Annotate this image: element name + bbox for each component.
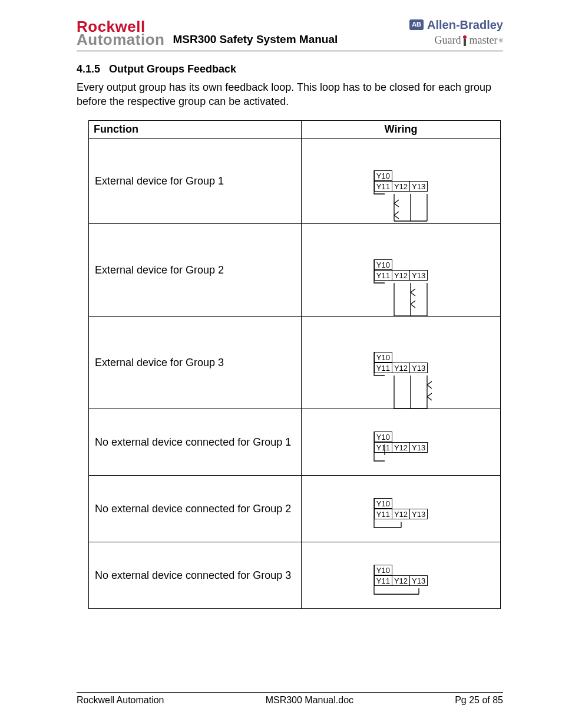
header-left: Rockwell Automation MSR300 Safety System… (77, 19, 338, 47)
rockwell-automation-logo: Rockwell Automation (77, 19, 164, 47)
section-paragraph: Every output group has its own feedback … (77, 80, 503, 109)
wiring-diagram-group1-none: Y10 Y11 Y12 Y13 (374, 431, 428, 453)
wiring-cell: Y10 Y11 Y12 Y13 (302, 317, 501, 409)
footer-right: Pg 25 of 85 (455, 695, 503, 706)
wiring-diagram-group2-external: Y10 Y11 Y12 Y13 (374, 259, 428, 281)
wiring-cell: Y10 Y11 Y12 Y13 (302, 476, 501, 542)
table-row: No external device connected for Group 2… (89, 476, 501, 542)
allen-bradley-logo: AB Allen-Bradley (409, 18, 503, 32)
page-header: Rockwell Automation MSR300 Safety System… (77, 18, 503, 51)
feedback-table: Function Wiring External device for Grou… (88, 120, 501, 609)
wiring-diagram-group3-external: Y10 Y11 Y12 Y13 (374, 352, 428, 374)
function-cell: External device for Group 3 (89, 317, 302, 409)
function-cell: No external device connected for Group 1 (89, 409, 302, 476)
manual-title: MSR300 Safety System Manual (173, 33, 338, 47)
function-cell: External device for Group 2 (89, 224, 302, 317)
function-cell: External device for Group 1 (89, 139, 302, 224)
wiring-diagram-group3-none: Y10 Y11 Y12 Y13 (374, 565, 428, 587)
logo-text-automation: Automation (77, 32, 164, 47)
footer-center: MSR300 Manual.doc (266, 695, 353, 706)
page-footer: Rockwell Automation MSR300 Manual.doc Pg… (77, 692, 503, 706)
guardmaster-logo: Guard master ® (409, 34, 503, 47)
allen-bradley-text: Allen-Bradley (427, 18, 503, 32)
column-header-wiring: Wiring (302, 121, 501, 139)
section-heading: 4.1.5 Output Groups Feedback (77, 63, 503, 75)
section-title: Output Groups Feedback (109, 63, 236, 75)
wiring-diagram-group1-external: Y10 Y11 Y12 Y13 (374, 170, 428, 192)
function-cell: No external device connected for Group 2 (89, 476, 302, 542)
column-header-function: Function (89, 121, 302, 139)
table-row: External device for Group 2 Y10 Y11 (89, 224, 501, 317)
guardmaster-left: Guard (434, 34, 461, 47)
ab-badge-icon: AB (409, 19, 424, 29)
header-right: AB Allen-Bradley Guard master ® (409, 18, 503, 47)
section-number: 4.1.5 (77, 63, 100, 75)
wiring-cell: Y10 Y11 Y12 Y13 (302, 139, 501, 224)
function-cell: No external device connected for Group 3 (89, 542, 302, 609)
table-row: No external device connected for Group 1… (89, 409, 501, 476)
table-row: External device for Group 3 Y10 Y11 (89, 317, 501, 409)
table-row: No external device connected for Group 3… (89, 542, 501, 609)
footer-left: Rockwell Automation (77, 695, 164, 706)
wiring-diagram-group2-none: Y10 Y11 Y12 Y13 (374, 498, 428, 520)
wiring-cell: Y10 Y11 Y12 Y13 (302, 224, 501, 317)
guardmaster-right: master (469, 34, 497, 47)
guardmaster-person-icon (462, 35, 468, 46)
wiring-cell: Y10 Y11 Y12 Y13 (302, 542, 501, 609)
table-row: External device for Group 1 Y10 Y11 (89, 139, 501, 224)
registered-icon: ® (498, 37, 503, 44)
